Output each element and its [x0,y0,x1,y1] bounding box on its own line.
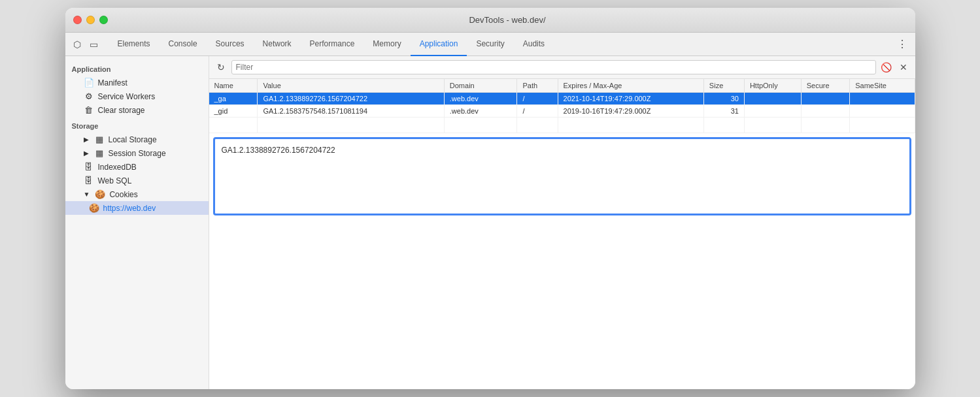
clear-storage-icon: 🗑 [84,105,94,115]
devtools-body: Application 📄 Manifest ⚙ Service Workers… [65,56,915,389]
cell-httponly [744,105,801,118]
col-header-expires[interactable]: Expires / Max-Age [558,79,703,93]
tab-security[interactable]: Security [467,33,513,56]
toolbar-icon-group: ⬡ ▭ [71,38,101,51]
sidebar-item-service-workers[interactable]: ⚙ Service Workers [65,89,209,103]
col-header-httponly[interactable]: HttpOnly [744,79,801,93]
sidebar-item-manifest-label: Manifest [98,78,127,87]
table-container: Name Value Domain Path Expires / Max-Age… [209,79,915,389]
filter-input[interactable] [231,60,876,74]
window-title: DevTools - web.dev/ [108,15,907,25]
tab-memory[interactable]: Memory [363,33,410,56]
cell-expires: 2019-10-16T19:47:29.000Z [558,105,703,118]
maximize-button[interactable] [99,16,108,24]
cell-size: 31 [703,105,744,118]
collapse-icon-session: ▶ [84,150,89,157]
cell-domain: .web.dev [444,93,517,105]
minimize-button[interactable] [86,16,95,24]
block-icon[interactable]: 🚫 [880,61,893,74]
traffic-lights [73,16,108,24]
col-header-samesite[interactable]: SameSite [850,79,915,93]
sidebar-item-local-storage-label: Local Storage [109,135,157,144]
cell-value: GA1.2.1583757548.1571081194 [258,105,444,118]
devtools-toolbar: ⬡ ▭ Elements Console Sources Network Per… [65,33,915,56]
col-header-secure[interactable]: Secure [801,79,849,93]
col-header-name[interactable]: Name [209,79,258,93]
tab-audits[interactable]: Audits [514,33,554,56]
device-icon[interactable]: ▭ [88,38,101,51]
sidebar-item-web-sql-label: Web SQL [98,176,132,185]
table-row[interactable]: _ga GA1.2.1338892726.1567204722 .web.dev… [209,93,915,105]
cell-size: 30 [703,93,744,105]
collapse-icon: ▶ [84,136,89,143]
col-header-size[interactable]: Size [703,79,744,93]
sidebar-item-cookies-label: Cookies [109,190,137,199]
session-storage-icon: ▦ [94,148,105,158]
application-section-label: Application [65,60,209,76]
cell-name: _gid [209,105,258,118]
sidebar-item-clear-storage[interactable]: 🗑 Clear storage [65,103,209,117]
close-button[interactable] [73,16,82,24]
web-sql-icon: 🗄 [84,176,94,185]
titlebar: DevTools - web.dev/ [65,8,915,33]
local-storage-icon: ▦ [94,135,105,144]
sidebar-item-service-workers-label: Service Workers [98,92,156,101]
cell-secure [801,93,849,105]
cookies-table: Name Value Domain Path Expires / Max-Age… [209,79,915,133]
sidebar-item-session-storage[interactable]: ▶ ▦ Session Storage [65,146,209,160]
cell-secure [801,105,849,118]
cookies-icon: 🍪 [95,189,105,199]
service-workers-icon: ⚙ [84,91,94,101]
tab-performance[interactable]: Performance [301,33,364,56]
cell-expires: 2021-10-14T19:47:29.000Z [558,93,703,105]
cookies-collapse-icon: ▼ [84,191,90,198]
sidebar-item-local-storage[interactable]: ▶ ▦ Local Storage [65,133,209,146]
cookie-detail-panel: GA1.2.1338892726.1567204722 [213,137,911,215]
col-header-value[interactable]: Value [258,79,444,93]
cell-path: / [517,105,558,118]
cell-name: _ga [209,93,258,105]
cell-httponly [744,93,801,105]
sidebar: Application 📄 Manifest ⚙ Service Workers… [65,56,209,389]
storage-section-label: Storage [65,117,209,133]
table-header-row: Name Value Domain Path Expires / Max-Age… [209,79,915,93]
filter-bar: ↻ 🚫 ✕ [209,56,915,79]
tab-elements[interactable]: Elements [109,33,160,56]
cookie-url-icon: 🍪 [89,203,99,213]
sidebar-item-indexeddb-label: IndexedDB [98,163,137,172]
sidebar-item-session-storage-label: Session Storage [109,149,166,158]
tab-network[interactable]: Network [254,33,301,56]
more-options-icon[interactable]: ⋮ [894,37,910,52]
cell-path: / [517,93,558,105]
sidebar-item-cookies[interactable]: ▼ 🍪 Cookies [65,187,209,201]
sidebar-item-clear-storage-label: Clear storage [98,106,145,115]
cell-samesite [850,93,915,105]
cell-value: GA1.2.1338892726.1567204722 [258,93,444,105]
sidebar-item-cookies-url-label: https://web.dev [103,204,156,213]
sidebar-item-cookies-url[interactable]: 🍪 https://web.dev [65,201,209,215]
sidebar-item-indexeddb[interactable]: 🗄 IndexedDB [65,160,209,174]
refresh-button[interactable]: ↻ [214,61,228,74]
devtools-window: DevTools - web.dev/ ⬡ ▭ Elements Console… [65,8,915,389]
cursor-icon[interactable]: ⬡ [71,38,84,51]
tab-sources[interactable]: Sources [207,33,254,56]
sidebar-item-web-sql[interactable]: 🗄 Web SQL [65,174,209,187]
table-row[interactable]: _gid GA1.2.1583757548.1571081194 .web.de… [209,105,915,118]
main-content: ↻ 🚫 ✕ Name Value Domain Path Expires / M… [209,56,915,389]
cell-domain: .web.dev [444,105,517,118]
col-header-domain[interactable]: Domain [444,79,517,93]
indexeddb-icon: 🗄 [84,162,94,172]
detail-value: GA1.2.1338892726.1567204722 [222,146,335,155]
manifest-icon: 📄 [84,78,94,87]
cell-samesite [850,105,915,118]
tab-application[interactable]: Application [411,33,467,56]
tab-console[interactable]: Console [160,33,207,56]
empty-row [209,118,915,133]
close-icon[interactable]: ✕ [897,61,910,74]
col-header-path[interactable]: Path [517,79,558,93]
sidebar-item-manifest[interactable]: 📄 Manifest [65,76,209,89]
